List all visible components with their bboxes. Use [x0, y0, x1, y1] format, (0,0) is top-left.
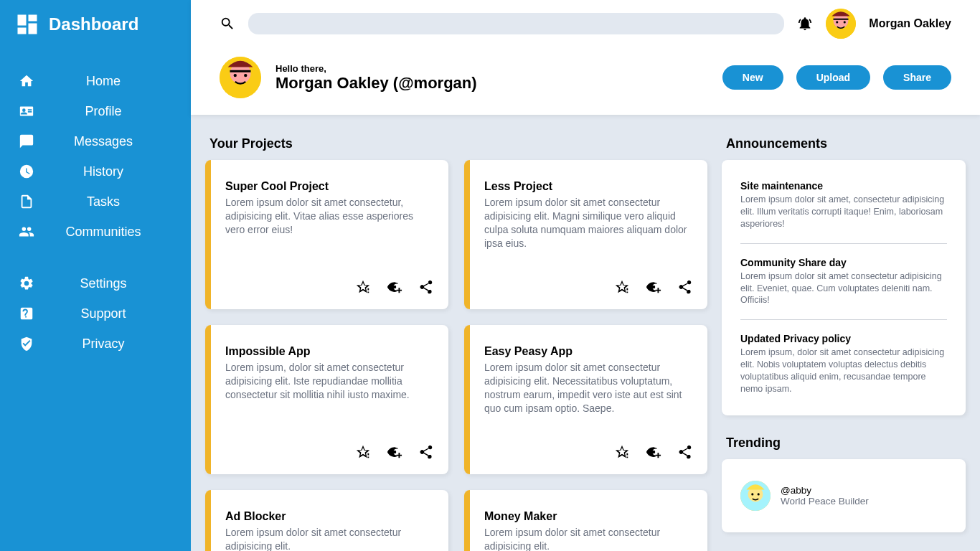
dashboard-icon	[14, 11, 40, 37]
announcement-title: Community Share day	[740, 257, 947, 268]
star-icon[interactable]	[614, 279, 630, 295]
star-icon[interactable]	[355, 444, 371, 460]
header-username: Morgan Oakley	[869, 17, 951, 30]
search-icon[interactable]	[220, 16, 235, 32]
announcement-text: Lorem ipsum dolor sit amet, consectetur …	[740, 194, 947, 230]
svg-point-10	[751, 493, 753, 495]
sidebar-item-label: Support	[30, 306, 176, 321]
svg-point-3	[844, 21, 846, 23]
project-title: Easy Peasy App	[484, 345, 693, 358]
sidebar-item-history[interactable]: History	[14, 156, 176, 187]
search-input[interactable]	[248, 13, 784, 34]
watch-icon[interactable]	[646, 444, 661, 460]
trending-title: Trending	[726, 435, 966, 451]
announcement-title: Updated Privacy policy	[740, 333, 947, 344]
project-card[interactable]: Money Maker Lorem ipsum dolor sit amet c…	[464, 490, 707, 551]
project-description: Lorem ipsum dolor sit amet consectetur a…	[484, 361, 693, 415]
sidebar-item-label: Tasks	[30, 194, 176, 209]
announcements-panel: Site maintenanceLorem ipsum dolor sit am…	[722, 160, 966, 415]
divider	[740, 319, 947, 320]
app-title: Dashboard	[49, 14, 138, 34]
header-bottom-row: Hello there, Morgan Oakley (@morgan) New…	[220, 50, 951, 105]
announcement-item[interactable]: Site maintenanceLorem ipsum dolor sit am…	[740, 177, 947, 233]
share-button[interactable]: Share	[883, 65, 951, 90]
svg-point-6	[234, 74, 237, 77]
share-icon[interactable]	[418, 444, 434, 460]
share-icon[interactable]	[677, 279, 693, 295]
projects-title: Your Projects	[209, 136, 707, 151]
sidebar-item-label: Privacy	[30, 336, 176, 352]
sidebar: Dashboard HomeProfileMessagesHistoryTask…	[0, 0, 191, 551]
project-title: Ad Blocker	[225, 510, 434, 523]
header: Morgan Oakley Hello there, Morgan Oakley…	[191, 0, 980, 115]
watch-icon[interactable]	[387, 279, 402, 295]
share-icon[interactable]	[677, 444, 693, 460]
project-title: Less Project	[484, 180, 693, 193]
project-title: Super Cool Project	[225, 180, 434, 193]
avatar-large	[220, 57, 261, 98]
project-card[interactable]: Super Cool Project Lorem ipsum dolor sit…	[205, 160, 448, 309]
announcement-item[interactable]: Updated Privacy policyLorem ipsum, dolor…	[740, 330, 947, 398]
sidebar-item-home[interactable]: Home	[14, 66, 176, 96]
project-card[interactable]: Easy Peasy App Lorem ipsum dolor sit ame…	[464, 325, 707, 474]
greeting-small: Hello there,	[275, 63, 477, 74]
sidebar-item-communities[interactable]: Communities	[14, 217, 176, 247]
trending-tag: World Peace Builder	[781, 496, 869, 507]
sidebar-logo[interactable]: Dashboard	[14, 11, 176, 37]
project-description: Lorem ipsum dolor sit amet consectetur a…	[484, 196, 693, 250]
main-content: Your Projects Super Cool Project Lorem i…	[191, 115, 980, 551]
announcement-item[interactable]: Community Share dayLorem ipsum dolor sit…	[740, 254, 947, 310]
project-title: Impossible App	[225, 345, 434, 358]
project-description: Lorem ipsum dolor sit amet consectetur, …	[225, 196, 434, 237]
header-top-row: Morgan Oakley	[220, 9, 951, 39]
avatar-small[interactable]	[826, 9, 856, 39]
project-title: Money Maker	[484, 510, 693, 523]
greeting-block: Hello there, Morgan Oakley (@morgan)	[275, 63, 477, 93]
svg-point-7	[244, 74, 247, 77]
announcement-text: Lorem ipsum dolor sit amet consectetur a…	[740, 270, 947, 307]
upload-button[interactable]: Upload	[796, 65, 870, 90]
svg-point-2	[836, 21, 838, 23]
project-description: Lorem ipsum dolor sit amet consectetur a…	[225, 526, 434, 551]
sidebar-item-messages[interactable]: Messages	[14, 126, 176, 156]
project-description: Lorem ipsum dolor sit amet consectetur a…	[484, 526, 693, 551]
star-icon[interactable]	[614, 444, 630, 460]
svg-point-11	[758, 493, 760, 495]
project-card[interactable]: Less Project Lorem ipsum dolor sit amet …	[464, 160, 707, 309]
sidebar-item-tasks[interactable]: Tasks	[14, 187, 176, 217]
sidebar-item-label: Profile	[30, 104, 176, 119]
announcement-text: Lorem ipsum, dolor sit amet consectetur …	[740, 347, 947, 395]
sidebar-item-label: Settings	[30, 276, 176, 291]
trending-panel: @abbyWorld Peace Builder	[722, 459, 966, 532]
sidebar-item-label: Home	[30, 74, 176, 89]
sidebar-item-label: Communities	[30, 225, 176, 240]
sidebar-item-settings[interactable]: Settings	[14, 268, 176, 298]
watch-icon[interactable]	[387, 444, 402, 460]
divider	[740, 243, 947, 244]
watch-icon[interactable]	[646, 279, 661, 295]
trending-item[interactable]: @abbyWorld Peace Builder	[740, 476, 947, 515]
new-button[interactable]: New	[722, 65, 783, 90]
sidebar-item-label: History	[30, 164, 176, 179]
project-card[interactable]: Impossible App Lorem ipsum, dolor sit am…	[205, 325, 448, 474]
announcements-title: Announcements	[726, 136, 966, 151]
trending-handle: @abby	[781, 485, 869, 496]
sidebar-item-privacy[interactable]: Privacy	[14, 329, 176, 359]
sidebar-item-profile[interactable]: Profile	[14, 96, 176, 126]
avatar	[740, 481, 771, 511]
share-icon[interactable]	[418, 279, 434, 295]
greeting-big: Morgan Oakley (@morgan)	[275, 74, 477, 92]
notifications-icon[interactable]	[797, 16, 813, 32]
project-description: Lorem ipsum, dolor sit amet consectetur …	[225, 361, 434, 402]
sidebar-item-support[interactable]: Support	[14, 298, 176, 329]
star-icon[interactable]	[355, 279, 371, 295]
project-card[interactable]: Ad Blocker Lorem ipsum dolor sit amet co…	[205, 490, 448, 551]
sidebar-item-label: Messages	[30, 134, 176, 149]
announcement-title: Site maintenance	[740, 180, 947, 192]
